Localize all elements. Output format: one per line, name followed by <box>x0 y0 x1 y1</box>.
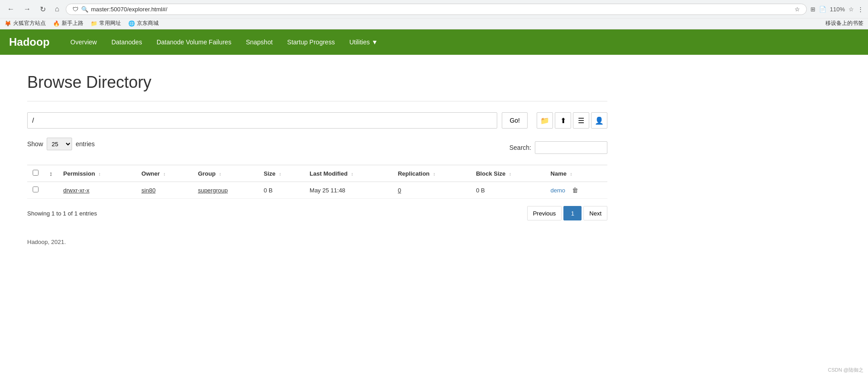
nav-datanode-volume-failures[interactable]: Datanode Volume Failures <box>149 30 238 54</box>
common-label: 常用网址 <box>99 19 121 27</box>
page-1-button[interactable]: 1 <box>563 206 582 220</box>
sort-permission-icon: ↕ <box>98 172 101 177</box>
extensions-icon[interactable]: ⊞ <box>810 6 815 13</box>
nav-snapshot[interactable]: Snapshot <box>238 30 280 54</box>
owner-label: Owner <box>141 170 160 177</box>
home-button[interactable]: ⌂ <box>52 3 62 15</box>
divider <box>27 101 607 101</box>
table-row: drwxr-xr-x sin80 supergroup 0 B May 25 1… <box>27 182 607 199</box>
row-permission: drwxr-xr-x <box>58 182 136 199</box>
row-size: 0 B <box>258 182 304 199</box>
previous-button[interactable]: Previous <box>527 206 562 220</box>
url-text: master:50070/explorer.html#/ <box>91 6 792 13</box>
row-replication: 0 <box>393 182 471 199</box>
replication-label: Replication <box>398 170 430 177</box>
name-link[interactable]: demo <box>551 187 566 194</box>
header-last-modified[interactable]: Last Modified ↕ <box>304 165 393 182</box>
bookmark-jd[interactable]: 🌐 京东商城 <box>128 19 159 27</box>
nav-utilities[interactable]: Utilities ▼ <box>342 30 385 54</box>
header-name[interactable]: Name ↕ <box>545 165 607 182</box>
reader-icon[interactable]: 📄 <box>819 6 826 13</box>
permission-label: Permission <box>63 170 95 177</box>
nav-overview[interactable]: Overview <box>63 30 104 54</box>
name-label: Name <box>551 170 567 177</box>
newbie-label: 新手上路 <box>62 19 83 27</box>
footer-text: Hadoop, 2021. <box>27 239 66 245</box>
block-size-label: Block Size <box>476 170 505 177</box>
folder-action-icon: 📁 <box>540 116 549 125</box>
user-icon: 👤 <box>595 116 604 125</box>
upload-button[interactable]: ⬆ <box>555 112 571 129</box>
show-search-row: Show 10 25 50 100 entries Search: <box>27 138 607 158</box>
path-input[interactable] <box>27 112 497 129</box>
list-view-button[interactable]: ☰ <box>573 112 589 129</box>
jd-label: 京东商城 <box>137 19 159 27</box>
header-num-col[interactable]: ↕ <box>44 165 58 182</box>
folder-bookmark-icon: 📁 <box>91 20 97 27</box>
folder-action-button[interactable]: 📁 <box>537 112 553 129</box>
row-name: demo 🗑 <box>545 182 607 199</box>
row-num-cell <box>44 182 58 199</box>
zoom-level: 110% <box>830 6 845 13</box>
pagination: Previous 1 Next <box>527 206 607 220</box>
browser-right-icons: ⊞ 📄 110% ☆ ⋮ <box>810 6 863 13</box>
replication-value: 0 <box>398 187 401 194</box>
owner-value: sin80 <box>141 187 155 194</box>
site-footer: Hadoop, 2021. <box>27 239 607 245</box>
row-last-modified: May 25 11:48 <box>304 182 393 199</box>
row-checkbox[interactable] <box>33 187 39 192</box>
nav-startup-progress[interactable]: Startup Progress <box>280 30 342 54</box>
entries-label: entries <box>76 140 95 148</box>
row-checkbox-cell <box>27 182 44 199</box>
bookmark-huhu[interactable]: 🦊 火狐官方站点 <box>5 19 46 27</box>
user-button[interactable]: 👤 <box>591 112 607 129</box>
huhu-label: 火狐官方站点 <box>13 19 46 27</box>
header-size[interactable]: Size ↕ <box>258 165 304 182</box>
delete-icon[interactable]: 🗑 <box>572 187 578 194</box>
search-label: Search: <box>509 144 531 151</box>
sort-block-size-icon: ↕ <box>509 172 511 177</box>
bookmarks-bar: 🦊 火狐官方站点 🔥 新手上路 📁 常用网址 🌐 京东商城 移设备上的书签 <box>0 18 868 29</box>
page-title: Browse Directory <box>27 73 607 92</box>
back-button[interactable]: ← <box>5 3 17 15</box>
next-button[interactable]: Next <box>583 206 607 220</box>
star-icon[interactable]: ☆ <box>795 6 800 13</box>
select-all-checkbox[interactable] <box>33 170 39 176</box>
address-bar[interactable]: 🛡 🔍 master:50070/explorer.html#/ ☆ <box>66 4 807 15</box>
go-button[interactable]: Go! <box>502 112 528 129</box>
huhu-icon: 🦊 <box>5 20 11 27</box>
header-owner[interactable]: Owner ↕ <box>136 165 193 182</box>
nav-datanodes[interactable]: Datanodes <box>104 30 150 54</box>
refresh-button[interactable]: ↻ <box>37 3 48 15</box>
bookmark-common[interactable]: 📁 常用网址 <box>91 19 121 27</box>
menu-icon[interactable]: ⋮ <box>858 6 863 13</box>
action-icons: 📁 ⬆ ☰ 👤 <box>537 112 607 129</box>
bookmark-newbie[interactable]: 🔥 新手上路 <box>53 19 83 27</box>
header-permission[interactable]: Permission ↕ <box>58 165 136 182</box>
directory-table: ↕ Permission ↕ Owner ↕ Group ↕ Size ↕ <box>27 165 607 199</box>
main-content: Browse Directory Go! 📁 ⬆ ☰ 👤 Show 10 <box>0 55 635 263</box>
table-footer: Showing 1 to 1 of 1 entries Previous 1 N… <box>27 206 607 220</box>
forward-button[interactable]: → <box>21 3 34 15</box>
mobile-bookmarks: 移设备上的书签 <box>825 19 863 27</box>
row-owner: sin80 <box>136 182 193 199</box>
permission-value: drwxr-xr-x <box>63 187 90 194</box>
row-group: supergroup <box>193 182 258 199</box>
header-group[interactable]: Group ↕ <box>193 165 258 182</box>
entries-select[interactable]: 10 25 50 100 <box>47 138 72 150</box>
row-block-size: 0 B <box>470 182 545 199</box>
last-modified-label: Last Modified <box>310 170 348 177</box>
bookmark-icon[interactable]: ☆ <box>849 6 854 13</box>
sort-num-icon: ↕ <box>49 170 53 177</box>
path-bar: Go! 📁 ⬆ ☰ 👤 <box>27 112 607 129</box>
showing-text: Showing 1 to 1 of 1 entries <box>27 210 97 217</box>
table-header-row: ↕ Permission ↕ Owner ↕ Group ↕ Size ↕ <box>27 165 607 182</box>
header-replication[interactable]: Replication ↕ <box>393 165 471 182</box>
group-label: Group <box>198 170 216 177</box>
utilities-label: Utilities <box>349 38 370 46</box>
header-block-size[interactable]: Block Size ↕ <box>470 165 545 182</box>
list-icon: ☰ <box>578 116 584 125</box>
group-value: supergroup <box>198 187 228 194</box>
sort-modified-icon: ↕ <box>351 172 353 177</box>
search-input[interactable] <box>535 141 607 154</box>
